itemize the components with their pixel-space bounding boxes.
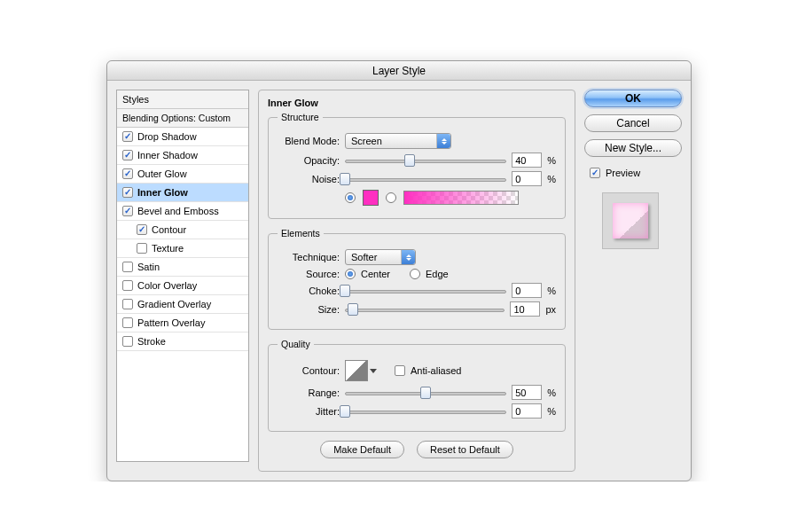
sidebar-checkbox[interactable] [122, 206, 133, 216]
noise-unit: % [547, 174, 556, 184]
sidebar-item-inner-shadow[interactable]: Inner Shadow [117, 146, 248, 165]
glow-color-swatch[interactable] [363, 190, 379, 206]
choke-label: Choke: [278, 286, 340, 296]
sidebar-item-label: Gradient Overlay [137, 299, 211, 309]
sidebar-checkbox[interactable] [122, 187, 133, 198]
opacity-unit: % [547, 155, 556, 166]
sidebar-item-label: Pattern Overlay [137, 317, 205, 328]
sidebar-checkbox[interactable] [122, 150, 133, 160]
blend-mode-value: Screen [351, 136, 382, 146]
glow-source-color-radio[interactable] [345, 192, 356, 203]
preview-label: Preview [606, 168, 640, 178]
jitter-slider[interactable] [345, 405, 506, 418]
jitter-unit: % [547, 406, 556, 417]
sidebar-item-label: Satin [137, 262, 160, 272]
size-input[interactable] [510, 301, 540, 317]
structure-group: Structure Blend Mode: Screen Opacity: % [268, 112, 566, 219]
preview-checkbox[interactable] [590, 168, 600, 178]
noise-input[interactable] [512, 171, 542, 186]
source-edge-radio[interactable] [410, 269, 420, 279]
glow-gradient-bar[interactable] [403, 191, 519, 205]
sidebar-checkbox[interactable] [122, 131, 133, 142]
preview-thumbnail [602, 192, 659, 249]
sidebar-item-contour[interactable]: Contour [117, 221, 248, 239]
blend-mode-label: Blend Mode: [278, 136, 340, 146]
sidebar-item-label: Drop Shadow [137, 131, 197, 142]
sidebar-item-stroke[interactable]: Stroke [117, 332, 248, 351]
opacity-label: Opacity: [278, 155, 340, 166]
sidebar-item-drop-shadow[interactable]: Drop Shadow [117, 128, 248, 146]
noise-slider[interactable] [345, 173, 506, 185]
structure-legend: Structure [278, 112, 323, 122]
range-unit: % [547, 387, 556, 398]
panel-title: Inner Glow [268, 98, 566, 108]
sidebar-item-label: Outer Glow [137, 168, 187, 179]
choke-input[interactable] [512, 283, 542, 298]
chevron-updown-icon [401, 250, 415, 264]
anti-aliased-checkbox[interactable] [395, 365, 405, 376]
sidebar-item-label: Inner Glow [137, 187, 188, 198]
blend-mode-select[interactable]: Screen [345, 133, 451, 149]
jitter-label: Jitter: [278, 406, 340, 417]
new-style-button[interactable]: New Style... [584, 139, 682, 157]
glow-source-gradient-radio[interactable] [386, 192, 396, 203]
noise-label: Noise: [278, 174, 340, 184]
sidebar-item-label: Color Overlay [137, 280, 197, 291]
size-label: Size: [278, 304, 340, 315]
sidebar-item-label: Stroke [137, 336, 166, 347]
sidebar-checkbox[interactable] [122, 336, 133, 347]
jitter-input[interactable] [512, 403, 542, 419]
range-slider[interactable] [345, 387, 506, 399]
opacity-slider[interactable] [345, 154, 506, 167]
sidebar-item-color-overlay[interactable]: Color Overlay [117, 277, 248, 295]
opacity-input[interactable] [512, 153, 542, 168]
sidebar-item-satin[interactable]: Satin [117, 258, 248, 277]
preview-swatch [613, 203, 648, 239]
range-label: Range: [278, 387, 340, 398]
reset-default-button[interactable]: Reset to Default [417, 441, 513, 458]
sidebar-checkbox[interactable] [122, 280, 133, 291]
sidebar-item-bevel-and-emboss[interactable]: Bevel and Emboss [117, 202, 248, 221]
sidebar-checkbox[interactable] [122, 168, 133, 179]
dialog-content: Styles Blending Options: Custom Drop Sha… [107, 81, 691, 481]
layer-style-dialog: Layer Style Styles Blending Options: Cus… [106, 60, 692, 481]
window-title: Layer Style [107, 61, 691, 81]
make-default-button[interactable]: Make Default [320, 441, 404, 458]
sidebar-checkbox[interactable] [137, 224, 147, 235]
sidebar-item-outer-glow[interactable]: Outer Glow [117, 165, 248, 184]
size-slider[interactable] [345, 303, 505, 316]
technique-select[interactable]: Softer [345, 249, 416, 265]
sidebar-header-styles[interactable]: Styles [117, 90, 248, 109]
sidebar-item-pattern-overlay[interactable]: Pattern Overlay [117, 314, 248, 332]
effect-panel: Inner Glow Structure Blend Mode: Screen … [258, 90, 575, 472]
sidebar-header-blending[interactable]: Blending Options: Custom [117, 109, 248, 128]
sidebar-checkbox[interactable] [122, 317, 133, 328]
sidebar-item-label: Texture [152, 243, 184, 254]
ok-button[interactable]: OK [584, 90, 682, 107]
elements-legend: Elements [278, 228, 324, 239]
source-label: Source: [278, 269, 340, 279]
quality-group: Quality Contour: Anti-aliased Range: % [268, 339, 566, 432]
technique-label: Technique: [278, 252, 340, 262]
anti-aliased-label: Anti-aliased [411, 365, 461, 376]
cancel-button[interactable]: Cancel [584, 114, 682, 132]
sidebar-checkbox[interactable] [137, 243, 147, 254]
sidebar-item-label: Contour [152, 224, 186, 235]
contour-picker[interactable] [345, 360, 368, 381]
source-edge-label: Edge [426, 269, 449, 279]
chevron-updown-icon [436, 134, 450, 148]
sidebar-item-label: Bevel and Emboss [137, 206, 219, 216]
sidebar-checkbox[interactable] [122, 262, 133, 272]
choke-slider[interactable] [345, 285, 506, 297]
sidebar-item-gradient-overlay[interactable]: Gradient Overlay [117, 295, 248, 314]
sidebar-item-inner-glow[interactable]: Inner Glow [117, 184, 248, 202]
contour-label: Contour: [278, 365, 340, 376]
sidebar-checkbox[interactable] [122, 299, 133, 309]
dialog-buttons: OK Cancel New Style... Preview [584, 90, 682, 472]
source-center-radio[interactable] [345, 269, 356, 279]
elements-group: Elements Technique: Softer Source: Cente… [268, 228, 566, 330]
range-input[interactable] [512, 385, 542, 400]
sidebar-item-texture[interactable]: Texture [117, 239, 248, 258]
quality-legend: Quality [278, 339, 314, 349]
source-center-label: Center [361, 269, 390, 279]
